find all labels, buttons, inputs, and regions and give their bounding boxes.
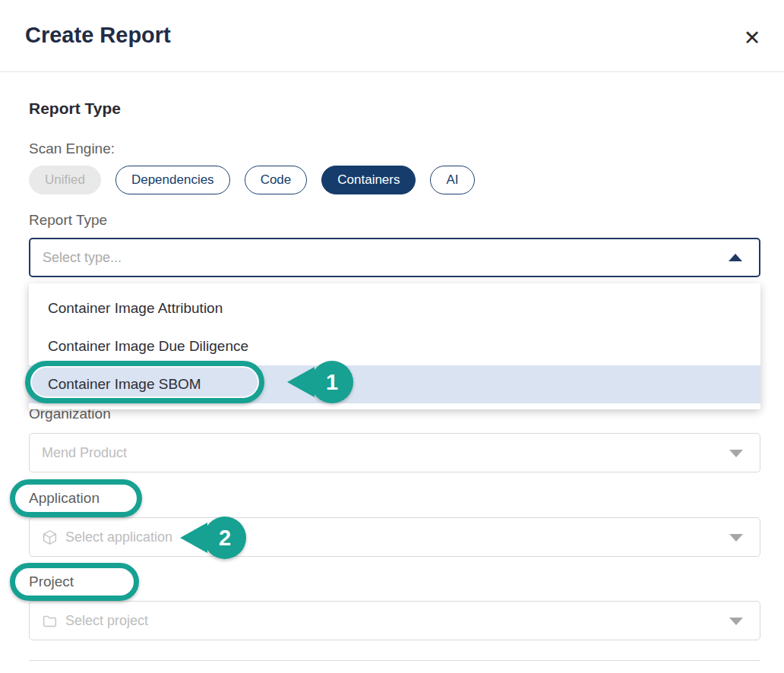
arrow-left-icon <box>180 523 207 553</box>
scan-engine-pill-code[interactable]: Code <box>245 166 308 194</box>
application-select-placeholder: Select application <box>65 529 172 545</box>
annotation-step-2: 2 <box>204 517 246 559</box>
project-select-placeholder: Select project <box>65 613 148 629</box>
organization-select[interactable]: Mend Product <box>29 433 760 472</box>
folder-icon <box>42 613 58 629</box>
application-select[interactable]: Select application <box>29 517 760 557</box>
dropdown-option-due-diligence[interactable]: Container Image Due Diligence <box>29 327 760 365</box>
report-type-label: Report Type <box>29 212 107 229</box>
step-1-badge: 1 <box>311 361 353 403</box>
report-type-select-placeholder: Select type... <box>43 250 122 266</box>
step-2-badge: 2 <box>204 517 246 559</box>
application-label: Application <box>29 490 100 507</box>
dropdown-option-attribution[interactable]: Container Image Attribution <box>29 289 760 327</box>
organization-select-value: Mend Product <box>42 445 127 461</box>
section-heading-report-type: Report Type <box>29 100 121 118</box>
project-select[interactable]: Select project <box>29 601 760 640</box>
annotation-step-1: 1 <box>311 361 353 403</box>
modal-header: Create Report ✕ <box>0 0 784 72</box>
arrow-left-icon <box>287 367 315 397</box>
create-report-modal: Create Report ✕ Report Type Scan Engine:… <box>0 0 784 673</box>
cube-icon <box>42 529 58 545</box>
project-label: Project <box>29 573 74 590</box>
close-button[interactable]: ✕ <box>737 23 767 53</box>
chevron-down-icon <box>729 450 743 457</box>
chevron-down-icon <box>729 534 743 542</box>
chevron-up-icon <box>729 254 742 261</box>
close-icon: ✕ <box>744 26 761 50</box>
scan-engine-pills: Unified Dependencies Code Containers AI <box>29 166 475 194</box>
scan-engine-pill-ai[interactable]: AI <box>430 166 474 194</box>
scan-engine-pill-unified[interactable]: Unified <box>29 166 101 194</box>
page-title: Create Report <box>25 23 171 48</box>
scan-engine-pill-containers[interactable]: Containers <box>321 166 416 194</box>
report-type-dropdown-menu: Container Image Attribution Container Im… <box>29 283 760 409</box>
scan-engine-pill-dependencies[interactable]: Dependencies <box>115 166 230 194</box>
dropdown-option-sbom[interactable]: Container Image SBOM <box>29 365 760 403</box>
report-type-select[interactable]: Select type... <box>29 238 760 277</box>
chevron-down-icon <box>729 618 743 625</box>
scan-engine-label: Scan Engine: <box>29 141 115 157</box>
bottom-divider <box>29 660 760 661</box>
